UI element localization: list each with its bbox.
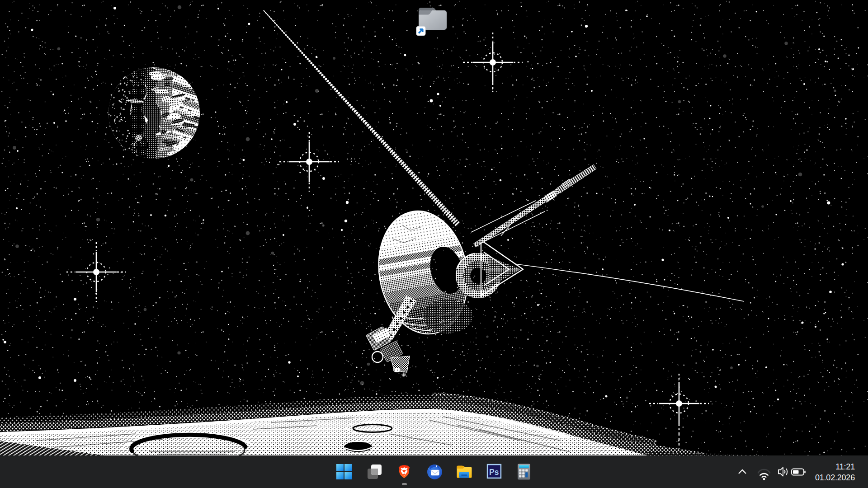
- svg-text:Ps: Ps: [489, 468, 499, 477]
